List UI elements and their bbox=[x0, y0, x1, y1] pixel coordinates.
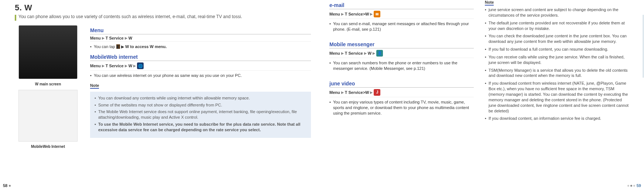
screenshot-column: W main screen MobileWeb Internet bbox=[15, 25, 81, 152]
page-dots-right bbox=[627, 185, 635, 187]
page-right: e-mail Menu ▶ T Service>W ▶ ✉ You can se… bbox=[322, 0, 644, 190]
path-segment: W bbox=[129, 64, 132, 68]
arrow-icon: ▶ bbox=[370, 12, 373, 16]
note-heading: Note bbox=[90, 83, 99, 89]
note-item: To use the Mobile Web Internet service, … bbox=[95, 122, 306, 133]
path-segment: T Service>W bbox=[345, 12, 369, 16]
note-item: You can check the downloaded june conten… bbox=[485, 33, 629, 44]
note-item: TSM(Memory Manager) is a service that al… bbox=[485, 68, 629, 79]
arrow-icon: ▶ bbox=[125, 64, 127, 68]
bullet-item: You can enjoy various types of content i… bbox=[329, 99, 474, 116]
bullet-lead: You can tap bbox=[94, 44, 115, 49]
path-segment: Menu bbox=[329, 12, 340, 16]
bullet-item: You can search numbers from the phone or… bbox=[329, 60, 474, 72]
page-dots-left bbox=[9, 185, 11, 187]
section-menu-bullets: You can tap ◧ ▶ W to access W menu. bbox=[90, 44, 311, 50]
path-segment: W bbox=[368, 51, 371, 55]
june-icon: J bbox=[374, 89, 380, 96]
path-segment: Menu bbox=[329, 51, 340, 55]
screenshot-w-main bbox=[18, 25, 78, 79]
page-left: 5. W You can phone allows you to use var… bbox=[0, 0, 322, 190]
path-segment: T Service bbox=[106, 64, 124, 68]
screenshot-mobileweb bbox=[18, 90, 78, 142]
note-heading: Note bbox=[485, 0, 494, 6]
path-segment: T Service bbox=[106, 36, 124, 40]
note-item: Some of the websites may not show or dis… bbox=[95, 102, 306, 108]
arrow-icon: ▶ bbox=[125, 36, 127, 40]
note-item: The Mobile Web Internet service does not… bbox=[95, 109, 306, 120]
path-segment: Menu bbox=[329, 90, 340, 95]
screenshot-label-2: MobileWeb Internet bbox=[15, 145, 81, 149]
arrow-icon: ▶ bbox=[102, 36, 105, 40]
note-item: You can download any contents while usin… bbox=[95, 95, 306, 101]
note-item: If you download content, an information … bbox=[485, 116, 629, 121]
section-mobileweb-title: MobileWeb internet bbox=[90, 54, 311, 61]
path-segment: T Service>W bbox=[345, 90, 369, 95]
note-item: You can receive calls while using the ju… bbox=[485, 54, 629, 65]
note-item: The default june contents provided are n… bbox=[485, 20, 629, 31]
path-segment: W bbox=[129, 36, 132, 40]
arrow-icon: ▶ bbox=[121, 44, 124, 49]
right-column-a: e-mail Menu ▶ T Service>W ▶ ✉ You can se… bbox=[329, 0, 474, 123]
chapter-heading: 5. W bbox=[15, 3, 315, 13]
screenshot-label-1: W main screen bbox=[15, 82, 81, 86]
section-messenger-title: Mobile messenger bbox=[329, 41, 474, 48]
arrow-icon: ▶ bbox=[364, 51, 367, 55]
path-segment: Menu bbox=[90, 64, 101, 68]
section-mobileweb-bullets: You can use wireless internet on your ph… bbox=[90, 73, 311, 78]
section-email-title: e-mail bbox=[329, 2, 474, 9]
note-box: You can download any contents while usin… bbox=[90, 92, 311, 138]
note-list-right: june service screen and content are subj… bbox=[485, 7, 629, 121]
intro-text: You can phone allows you to use variety … bbox=[18, 14, 242, 19]
section-messenger-path: Menu ▶ T Service ▶ W ▶ 👤 bbox=[329, 50, 474, 58]
bullet-item: You can use wireless internet on your ph… bbox=[90, 73, 311, 78]
dot-icon bbox=[9, 185, 11, 187]
arrow-icon: ▶ bbox=[370, 91, 373, 94]
page-number-right: 59 bbox=[637, 183, 641, 188]
path-segment: Menu bbox=[90, 36, 101, 40]
mail-icon: ✉ bbox=[374, 11, 380, 17]
arrow-icon: ▶ bbox=[341, 51, 344, 55]
section-june-path: Menu ▶ T Service>W ▶ J bbox=[329, 89, 474, 97]
dot-icon bbox=[627, 185, 629, 187]
page-number-left: 58 bbox=[3, 183, 7, 188]
section-messenger-bullets: You can search numbers from the phone or… bbox=[329, 60, 474, 72]
note-item: If you download content from wireless in… bbox=[485, 81, 629, 113]
bullet-item: You can tap ◧ ▶ W to access W menu. bbox=[90, 44, 311, 50]
arrow-icon: ▶ bbox=[373, 51, 375, 55]
section-june-bullets: You can enjoy various types of content i… bbox=[329, 99, 474, 116]
intro-accent-bar bbox=[15, 15, 16, 21]
right-column-b: Note june service screen and content are… bbox=[485, 0, 629, 123]
messenger-icon: 👤 bbox=[376, 50, 383, 57]
section-email-path: Menu ▶ T Service>W ▶ ✉ bbox=[329, 11, 474, 19]
arrow-icon: ▶ bbox=[102, 64, 105, 68]
arrow-icon: ▶ bbox=[341, 12, 344, 16]
note-item: If you fail to download a full content, … bbox=[485, 47, 629, 52]
section-menu-title: Menu bbox=[90, 27, 311, 34]
bullet-tail: W to access W menu. bbox=[125, 44, 167, 49]
note-item: june service screen and content are subj… bbox=[485, 7, 629, 18]
section-email-bullets: You can send e-mail, manage sent message… bbox=[329, 21, 474, 33]
dot-icon bbox=[630, 185, 632, 187]
section-mobileweb-path: Menu ▶ T Service ▶ W ▶ 🌐 bbox=[90, 62, 311, 71]
intro-row: You can phone allows you to use variety … bbox=[15, 14, 315, 21]
section-menu-path: Menu ▶ T Service ▶ W bbox=[90, 36, 311, 42]
section-june-title: june video bbox=[329, 81, 474, 88]
left-main-column: Menu Menu ▶ T Service ▶ W You can tap ◧ … bbox=[90, 25, 315, 152]
arrow-icon: ▶ bbox=[133, 64, 136, 68]
section-tab: 03 T Service bbox=[643, 15, 644, 78]
path-segment: T Service bbox=[345, 51, 363, 55]
w-app-icon: ◧ bbox=[116, 44, 120, 49]
bullet-item: You can send e-mail, manage sent message… bbox=[329, 21, 474, 33]
globe-icon: 🌐 bbox=[137, 62, 144, 69]
dot-icon bbox=[633, 185, 635, 187]
arrow-icon: ▶ bbox=[341, 91, 344, 94]
